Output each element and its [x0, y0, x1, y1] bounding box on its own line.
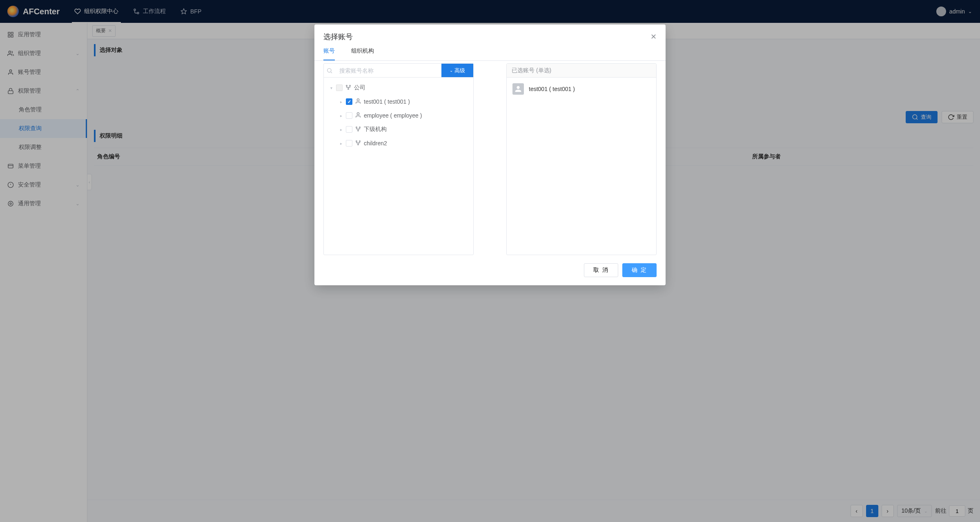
user-icon: [512, 83, 524, 95]
tree-node-company[interactable]: ▾ 公司: [326, 81, 471, 95]
cancel-button[interactable]: 取 消: [584, 263, 618, 277]
svg-point-24: [357, 99, 359, 101]
svg-point-22: [350, 85, 351, 86]
search-input[interactable]: [335, 64, 441, 77]
checkbox[interactable]: [346, 112, 352, 119]
selected-panel-title: 已选账号 (单选): [507, 64, 656, 78]
tree-expand-icon[interactable]: ▸: [339, 127, 343, 132]
tree-node-employee[interactable]: ▸ employee ( employee ): [326, 109, 471, 122]
checkbox[interactable]: [346, 126, 352, 133]
svg-point-21: [346, 85, 347, 86]
checkbox: [336, 84, 343, 91]
tab-account[interactable]: 账号: [323, 47, 335, 60]
tree-expand-icon[interactable]: ▾: [329, 86, 334, 90]
user-icon: [355, 112, 361, 120]
double-chevron-down-icon: ⌄: [450, 68, 453, 73]
dialog-title: 选择账号: [323, 32, 353, 42]
checkbox[interactable]: [346, 98, 352, 105]
tree-node-label: test001 ( test001 ): [364, 98, 410, 105]
svg-point-23: [348, 88, 349, 89]
tree-node-children2[interactable]: ▸ children2: [326, 136, 471, 150]
search-icon: [324, 64, 335, 77]
selected-panel: 已选账号 (单选) test001 ( test001 ): [506, 63, 657, 255]
svg-point-25: [357, 113, 359, 115]
tree-node-label: 下级机构: [364, 126, 387, 133]
tree-node-label: employee ( employee ): [364, 112, 422, 119]
svg-point-26: [356, 127, 357, 128]
advanced-button[interactable]: ⌄ 高级: [441, 64, 473, 77]
tree-node-label: children2: [364, 140, 387, 147]
selected-label: test001 ( test001 ): [529, 86, 575, 92]
svg-line-20: [331, 72, 332, 73]
tree-expand-icon[interactable]: ▸: [339, 100, 343, 104]
selected-item[interactable]: test001 ( test001 ): [507, 78, 656, 100]
svg-point-28: [358, 130, 359, 131]
svg-point-30: [359, 140, 361, 142]
confirm-button[interactable]: 确 定: [622, 263, 657, 277]
org-icon: [345, 84, 352, 92]
svg-point-31: [358, 144, 359, 145]
dialog-tabs: 账号 组织机构: [314, 42, 666, 61]
account-tree: ▾ 公司 ▸ test001 ( test001 ) ▸ employee ( …: [324, 78, 473, 255]
checkbox[interactable]: [346, 140, 352, 147]
tree-panel: ⌄ 高级 ▾ 公司 ▸ test001 ( test001 ): [323, 63, 474, 255]
org-icon: [355, 140, 361, 147]
tree-node-suborg[interactable]: ▸ 下级机构: [326, 122, 471, 136]
tree-expand-icon[interactable]: ▸: [339, 141, 343, 146]
close-button[interactable]: ✕: [650, 32, 657, 41]
svg-point-29: [356, 140, 357, 142]
tab-org[interactable]: 组织机构: [351, 47, 374, 60]
svg-point-27: [359, 127, 361, 128]
org-icon: [355, 126, 361, 133]
tree-expand-icon[interactable]: ▸: [339, 113, 343, 118]
user-icon: [355, 98, 361, 106]
svg-point-19: [327, 68, 331, 72]
tree-node-label: 公司: [354, 84, 365, 91]
button-label: 高级: [454, 67, 465, 74]
tree-node-test001[interactable]: ▸ test001 ( test001 ): [326, 95, 471, 109]
select-account-dialog: 选择账号 ✕ 账号 组织机构 ⌄ 高级 ▾ 公: [314, 24, 666, 285]
